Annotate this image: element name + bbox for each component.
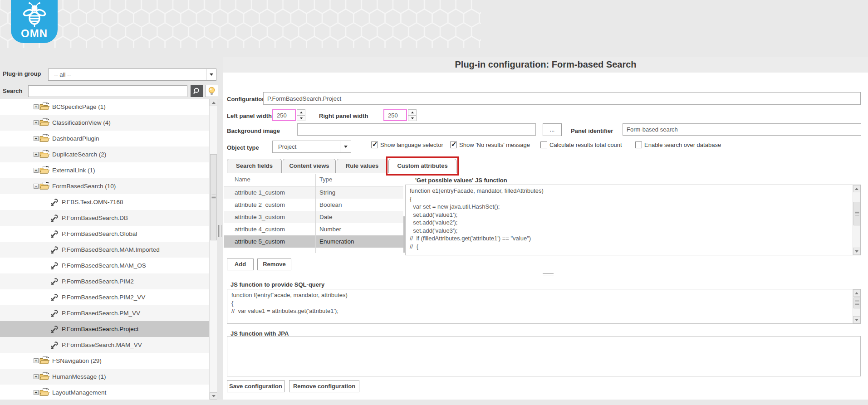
tree-item[interactable]: P.FormBasedSearch.Project	[0, 321, 209, 337]
tree-item[interactable]: P.FBS.Test.OMN-7168	[0, 194, 209, 210]
table-row[interactable]: attribute 3_custom Date	[224, 211, 403, 223]
sql-function-code-area[interactable]: function f(entryFacade, mandator, attrib…	[227, 289, 861, 324]
horizontal-splitter-grip[interactable]	[543, 273, 554, 275]
open-folder-icon	[39, 181, 50, 190]
tree-expander-icon[interactable]	[34, 374, 39, 379]
scroll-up-icon[interactable]	[210, 99, 217, 106]
hint-button[interactable]	[205, 85, 218, 97]
tree-expander-icon[interactable]	[34, 152, 39, 157]
open-folder-icon	[39, 388, 50, 397]
plugin-group-select[interactable]: -- all --	[48, 68, 216, 81]
get-possible-values-code-area[interactable]: function e1(entryFacade, mandator, fille…	[405, 185, 861, 255]
cell-attribute-name: attribute 1_custom	[235, 186, 285, 199]
chevron-down-icon[interactable]	[206, 69, 216, 80]
tree-expander-icon[interactable]	[34, 136, 39, 141]
option-checkbox-item[interactable]: Calculate results total count	[540, 142, 622, 148]
checkbox-icon[interactable]	[635, 142, 642, 148]
search-button[interactable]	[191, 85, 203, 97]
checkbox-icon[interactable]	[450, 142, 457, 148]
option-checkbox-item[interactable]: Show 'No results' message	[450, 142, 530, 148]
tree-item[interactable]: P.FormBasedSearch.MAM.Imported	[0, 242, 209, 258]
magnifier-icon	[193, 87, 201, 95]
tree-scrollbar-thumb[interactable]	[210, 154, 217, 240]
stepper-down-icon[interactable]	[297, 115, 305, 121]
left-panel-width-input[interactable]	[272, 109, 296, 121]
table-scrollbar-thumb[interactable]	[403, 216, 405, 253]
checkbox-icon[interactable]	[540, 142, 547, 148]
tree-item-label: P.FormBasedSearch.Global	[62, 226, 137, 242]
get-possible-values-code[interactable]: function e1(entryFacade, mandator, fille…	[406, 185, 860, 252]
tree-item[interactable]: FormBasedSearch (10)	[0, 178, 209, 194]
scroll-down-icon[interactable]	[853, 248, 860, 255]
tree-expander-icon[interactable]	[34, 168, 39, 173]
tree-expander-icon[interactable]	[34, 390, 39, 395]
tree-item[interactable]: ClassificationView (4)	[0, 115, 209, 131]
tab[interactable]: Rule values	[337, 159, 387, 173]
remove-button[interactable]: Remove	[257, 259, 291, 270]
checkbox-label: Calculate results total count	[549, 142, 622, 148]
cell-attribute-type: Number	[319, 223, 341, 235]
option-checkbox-item[interactable]: Show language selector	[371, 142, 443, 148]
add-button[interactable]: Add	[227, 259, 254, 270]
code-scrollbar[interactable]	[853, 185, 860, 255]
table-row[interactable]: attribute 4_custom Number	[224, 223, 403, 235]
configuration-identifier-input[interactable]	[263, 92, 861, 105]
tree-item-label: P.FormBasedSearch.PM_VV	[62, 305, 140, 321]
browse-button[interactable]: ...	[543, 123, 562, 136]
tree-item-label: LayoutManagement	[52, 385, 106, 400]
column-header-type: Type	[319, 174, 332, 186]
open-folder-icon	[39, 356, 50, 365]
tree-item[interactable]: P.FormBasedSearch.MAM_OS	[0, 258, 209, 273]
option-checkbox-item[interactable]: Enable search over database	[635, 142, 721, 148]
search-input[interactable]	[28, 85, 187, 97]
scroll-up-icon[interactable]	[853, 185, 860, 192]
sql-function-code[interactable]: function f(entryFacade, mandator, attrib…	[227, 289, 860, 317]
tab[interactable]: Custom attributes	[388, 159, 456, 173]
tree-expander-icon[interactable]	[34, 104, 39, 109]
tab[interactable]: Content views	[283, 159, 336, 173]
table-row[interactable]: attribute 1_custom String	[224, 186, 403, 199]
tree-item[interactable]: FSNavigation (29)	[0, 353, 209, 369]
tree-item-label: P.FormBasedSearch.MAM.Imported	[62, 242, 160, 258]
tree-item[interactable]: P.FormBasedSearch.PM_VV	[0, 305, 209, 321]
scroll-up-icon[interactable]	[853, 289, 860, 297]
tree-item[interactable]: LayoutManagement	[0, 385, 209, 400]
tree-item[interactable]: P.FormBasedSearch.PIM2_VV	[0, 289, 209, 305]
right-panel-width-input[interactable]	[383, 109, 407, 121]
tree-expander-icon[interactable]	[34, 358, 39, 363]
scroll-down-icon[interactable]	[853, 316, 860, 323]
wrench-icon	[51, 199, 58, 206]
tree-item[interactable]: HumanMessage (1)	[0, 369, 209, 385]
scroll-down-icon[interactable]	[210, 392, 217, 400]
tab[interactable]: Search fields	[227, 159, 282, 173]
code-scrollbar-thumb[interactable]	[853, 298, 860, 308]
table-row[interactable]: attribute 5_custom Enumeration	[224, 235, 403, 248]
plugin-group-value: -- all --	[49, 69, 216, 80]
remove-configuration-button[interactable]: Remove configuration	[289, 380, 359, 392]
tree-item[interactable]: P.FormBasedSearch.PIM2	[0, 273, 209, 289]
open-folder-icon	[39, 102, 50, 111]
tree-item[interactable]: P.FormBasedSearch.DB	[0, 210, 209, 226]
tree-item[interactable]: BCSpecificPage (1)	[0, 99, 209, 115]
tree-expander-icon[interactable]	[34, 120, 39, 125]
wrench-icon	[51, 294, 58, 301]
code-scrollbar-thumb[interactable]	[853, 202, 860, 225]
save-configuration-button[interactable]: Save configuration	[227, 380, 284, 392]
checkbox-icon[interactable]	[371, 142, 378, 148]
table-row[interactable]: attribute 2_custom Boolean	[224, 199, 403, 211]
tree-item[interactable]: ExternalLink (1)	[0, 162, 209, 178]
jpa-function-code-area[interactable]	[227, 336, 861, 376]
logo-text: OMN	[11, 27, 58, 40]
tree-item[interactable]: P.FormBasedSearch.Global	[0, 226, 209, 242]
code-scrollbar[interactable]	[853, 289, 860, 323]
tab-label: Custom attributes	[397, 162, 447, 169]
background-image-input[interactable]	[297, 123, 536, 136]
jpa-function-code[interactable]	[227, 337, 860, 340]
stepper-down-icon[interactable]	[408, 115, 417, 121]
tree-expander-icon[interactable]	[34, 184, 39, 189]
stepper-up-icon[interactable]	[297, 109, 305, 115]
page-title: Plug-in configuration: Form-based Search	[223, 57, 868, 73]
stepper-up-icon[interactable]	[408, 109, 417, 115]
panel-identifier-input[interactable]	[623, 123, 861, 136]
tree-item[interactable]: P.FormBaseSearch.MAM_VV	[0, 337, 209, 353]
